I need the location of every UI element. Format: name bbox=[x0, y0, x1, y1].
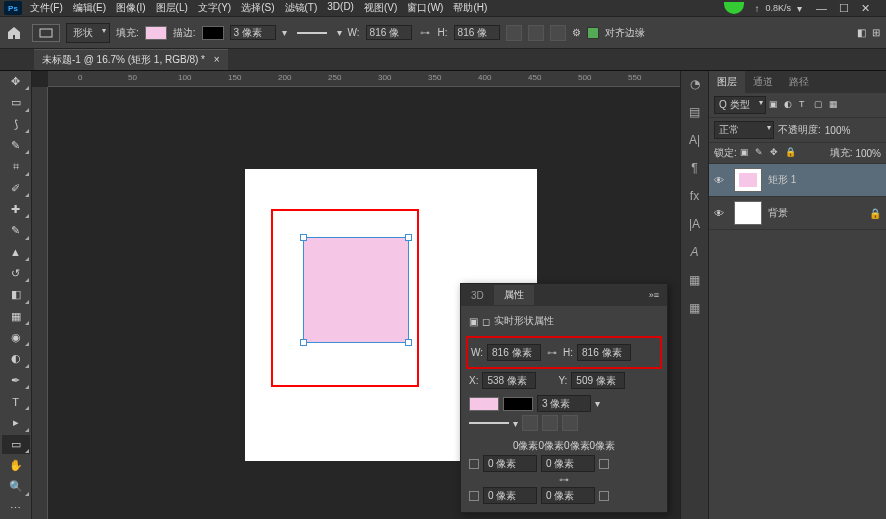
rectangle-tool[interactable]: ▭ bbox=[2, 435, 30, 454]
stroke-caps-icon[interactable] bbox=[542, 415, 558, 431]
stroke-style-dropdown[interactable]: ▾ bbox=[337, 27, 342, 38]
prop-x-input[interactable] bbox=[482, 372, 536, 389]
glyphs-panel-icon[interactable]: fx bbox=[686, 189, 704, 207]
paragraph-panel-icon[interactable]: ¶ bbox=[686, 161, 704, 179]
menu-image[interactable]: 图像(I) bbox=[112, 0, 149, 17]
corner-bl-checkbox[interactable] bbox=[469, 491, 479, 501]
layer-row[interactable]: 👁 矩形 1 bbox=[709, 164, 886, 197]
layer-name[interactable]: 背景 bbox=[768, 206, 788, 220]
prop-fill-swatch[interactable] bbox=[469, 397, 499, 411]
corner-tl-input[interactable] bbox=[483, 455, 537, 472]
menu-help[interactable]: 帮助(H) bbox=[449, 0, 491, 17]
opacity-value[interactable]: 100% bbox=[825, 125, 851, 136]
lock-all-icon[interactable]: 🔒 bbox=[785, 147, 797, 159]
workspace-icon[interactable]: ⊞ bbox=[872, 27, 880, 38]
menu-type[interactable]: 文字(Y) bbox=[194, 0, 235, 17]
path-align-icon[interactable] bbox=[528, 25, 544, 41]
resize-handle-nw[interactable] bbox=[300, 234, 307, 241]
corner-br-input[interactable] bbox=[541, 487, 595, 504]
tab-properties[interactable]: 属性 bbox=[494, 285, 534, 305]
crop-tool[interactable]: ⌗ bbox=[2, 157, 30, 176]
corner-tl-checkbox[interactable] bbox=[469, 459, 479, 469]
healing-tool[interactable]: ✚ bbox=[2, 200, 30, 219]
rectangle-shape[interactable] bbox=[303, 237, 409, 343]
home-icon[interactable] bbox=[6, 25, 22, 41]
toggle-panels-icon[interactable]: ◧ bbox=[857, 27, 866, 38]
clone-stamp-tool[interactable]: ▲ bbox=[2, 243, 30, 262]
type-panel-icon[interactable]: A bbox=[686, 245, 704, 263]
marquee-tool[interactable]: ▭ bbox=[2, 93, 30, 112]
eraser-tool[interactable]: ◧ bbox=[2, 285, 30, 304]
fill-swatch[interactable] bbox=[145, 26, 167, 40]
menu-select[interactable]: 选择(S) bbox=[237, 0, 278, 17]
prop-y-input[interactable] bbox=[571, 372, 625, 389]
stroke-width-input[interactable] bbox=[230, 25, 276, 40]
libraries-panel-icon[interactable]: ▦ bbox=[686, 301, 704, 319]
layer-thumbnail[interactable] bbox=[734, 168, 762, 192]
path-ops-icon[interactable] bbox=[506, 25, 522, 41]
menu-file[interactable]: 文件(F) bbox=[26, 0, 67, 17]
corner-tr-checkbox[interactable] bbox=[599, 459, 609, 469]
close-button[interactable]: ✕ bbox=[861, 2, 870, 15]
corner-tr-input[interactable] bbox=[541, 455, 595, 472]
stroke-options-dropdown[interactable]: ▾ bbox=[282, 27, 287, 38]
visibility-icon[interactable]: 👁 bbox=[714, 175, 728, 186]
prop-h-input[interactable] bbox=[577, 344, 631, 361]
document-tab[interactable]: 未标题-1 @ 16.7% (矩形 1, RGB/8) * × bbox=[34, 49, 228, 70]
collapse-panel-icon[interactable]: »≡ bbox=[641, 290, 667, 300]
stroke-width-dropdown-icon[interactable]: ▾ bbox=[595, 398, 600, 409]
maximize-button[interactable]: ☐ bbox=[839, 2, 849, 15]
blend-mode-dropdown[interactable]: 正常 bbox=[714, 121, 774, 139]
path-select-tool[interactable]: ▸ bbox=[2, 413, 30, 432]
lock-position-icon[interactable]: ✥ bbox=[770, 147, 782, 159]
prop-stroke-swatch[interactable] bbox=[503, 397, 533, 411]
lasso-tool[interactable]: ⟆ bbox=[2, 115, 30, 134]
prop-stroke-width-input[interactable] bbox=[537, 395, 591, 412]
link-wh-icon[interactable]: ⊶ bbox=[418, 27, 432, 38]
swatches-panel-icon[interactable]: ▦ bbox=[686, 273, 704, 291]
link-wh-icon[interactable]: ⊶ bbox=[545, 347, 559, 358]
pen-tool[interactable]: ✒ bbox=[2, 371, 30, 390]
menu-3d[interactable]: 3D(D) bbox=[323, 0, 358, 17]
width-input[interactable] bbox=[366, 25, 412, 40]
tab-channels[interactable]: 通道 bbox=[745, 71, 781, 93]
resize-handle-sw[interactable] bbox=[300, 339, 307, 346]
move-tool[interactable]: ✥ bbox=[2, 72, 30, 91]
tab-3d[interactable]: 3D bbox=[461, 287, 494, 304]
zoom-tool[interactable]: 🔍 bbox=[2, 477, 30, 496]
history-panel-icon[interactable]: ◔ bbox=[686, 77, 704, 95]
tool-preset-picker[interactable] bbox=[32, 24, 60, 42]
align-edges-checkbox[interactable] bbox=[587, 27, 599, 39]
corner-bl-input[interactable] bbox=[483, 487, 537, 504]
lock-image-icon[interactable]: ✎ bbox=[755, 147, 767, 159]
edit-toolbar-button[interactable]: ⋯ bbox=[2, 499, 30, 518]
dropdown-icon[interactable]: ▾ bbox=[797, 3, 802, 14]
lock-transparency-icon[interactable]: ▣ bbox=[740, 147, 752, 159]
stroke-swatch[interactable] bbox=[202, 26, 224, 40]
tab-paths[interactable]: 路径 bbox=[781, 71, 817, 93]
menu-window[interactable]: 窗口(W) bbox=[403, 0, 447, 17]
menu-view[interactable]: 视图(V) bbox=[360, 0, 401, 17]
type-tool[interactable]: T bbox=[2, 392, 30, 411]
menu-layer[interactable]: 图层(L) bbox=[152, 0, 192, 17]
layer-thumbnail[interactable] bbox=[734, 201, 762, 225]
character-panel-icon[interactable]: A| bbox=[686, 133, 704, 151]
resize-handle-se[interactable] bbox=[405, 339, 412, 346]
prop-w-input[interactable] bbox=[487, 344, 541, 361]
fill-value[interactable]: 100% bbox=[855, 148, 881, 159]
dodge-tool[interactable]: ◐ bbox=[2, 349, 30, 368]
styles-panel-icon[interactable]: |A bbox=[686, 217, 704, 235]
menu-edit[interactable]: 编辑(E) bbox=[69, 0, 110, 17]
eyedropper-tool[interactable]: ✐ bbox=[2, 179, 30, 198]
layer-row[interactable]: 👁 背景 🔒 bbox=[709, 197, 886, 230]
visibility-icon[interactable]: 👁 bbox=[714, 208, 728, 219]
stroke-corners-icon[interactable] bbox=[562, 415, 578, 431]
layer-name[interactable]: 矩形 1 bbox=[768, 173, 796, 187]
quick-select-tool[interactable]: ✎ bbox=[2, 136, 30, 155]
path-arrange-icon[interactable] bbox=[550, 25, 566, 41]
filter-adjust-icon[interactable]: ◐ bbox=[784, 99, 796, 111]
blur-tool[interactable]: ◉ bbox=[2, 328, 30, 347]
link-corners-icon[interactable]: ⊶ bbox=[557, 474, 571, 485]
height-input[interactable] bbox=[454, 25, 500, 40]
gradient-tool[interactable]: ▦ bbox=[2, 307, 30, 326]
